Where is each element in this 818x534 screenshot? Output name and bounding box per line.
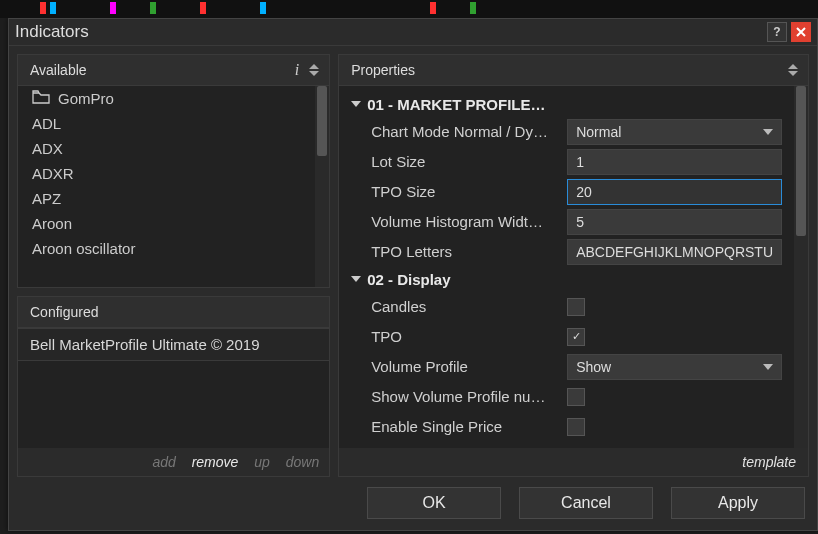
properties-label: Properties — [351, 62, 415, 78]
enable-single-price-checkbox[interactable] — [567, 418, 585, 436]
available-list[interactable]: GomPro ADL ADX ADXR APZ Aroon Aroon osci… — [18, 86, 329, 287]
properties-spinner[interactable] — [788, 64, 798, 76]
prop-chart-mode: Chart Mode Normal / Dy… Normal — [343, 117, 790, 147]
configured-label: Configured — [30, 304, 99, 320]
list-item: APZ — [18, 186, 315, 211]
add-link[interactable]: add — [152, 454, 175, 470]
prop-enable-single-price: Enable Single Price — [343, 412, 790, 442]
available-spinner[interactable] — [309, 64, 319, 76]
dialog-buttons: OK Cancel Apply — [9, 485, 817, 530]
apply-button[interactable]: Apply — [671, 487, 805, 519]
vol-hist-width-input[interactable]: 5 — [567, 209, 782, 235]
chevron-down-icon — [351, 101, 361, 107]
group-market-profile[interactable]: 01 - MARKET PROFILE… — [343, 92, 790, 117]
chevron-down-icon — [788, 71, 798, 76]
group-display[interactable]: 02 - Display — [343, 267, 790, 292]
chart-mode-select[interactable]: Normal — [567, 119, 782, 145]
chevron-down-icon — [351, 276, 361, 282]
background-chart-strip — [0, 0, 818, 18]
tpo-checkbox[interactable]: ✓ — [567, 328, 585, 346]
available-scrollbar[interactable] — [315, 86, 329, 287]
available-panel: Available i GomPro — [17, 54, 330, 288]
list-item: Aroon — [18, 211, 315, 236]
configured-footer: add remove up down — [18, 448, 329, 476]
list-item: ADL — [18, 111, 315, 136]
volume-profile-select[interactable]: Show — [567, 354, 782, 380]
prop-tpo-size: TPO Size 20 — [343, 177, 790, 207]
prop-show-vp-numbers: Show Volume Profile nu… — [343, 382, 790, 412]
window-title: Indicators — [15, 22, 89, 42]
remove-link[interactable]: remove — [192, 454, 239, 470]
show-vp-numbers-checkbox[interactable] — [567, 388, 585, 406]
properties-footer: template — [339, 448, 808, 476]
scrollbar-thumb[interactable] — [317, 86, 327, 156]
info-icon[interactable]: i — [295, 61, 299, 79]
available-header: Available i — [18, 55, 329, 86]
prop-tpo-letters: TPO Letters ABCDEFGHIJKLMNOPQRSTU — [343, 237, 790, 267]
prop-lot-size: Lot Size 1 — [343, 147, 790, 177]
properties-header: Properties — [339, 55, 808, 86]
tpo-size-input[interactable]: 20 — [567, 179, 782, 205]
close-button[interactable] — [791, 22, 811, 42]
prop-tpo: TPO ✓ — [343, 322, 790, 352]
candles-checkbox[interactable] — [567, 298, 585, 316]
tpo-letters-input[interactable]: ABCDEFGHIJKLMNOPQRSTU — [567, 239, 782, 265]
chevron-up-icon — [788, 64, 798, 69]
template-link[interactable]: template — [742, 454, 796, 470]
ok-button[interactable]: OK — [367, 487, 501, 519]
configured-list[interactable]: Bell MarketProfile Ultimate © 2019 — [18, 328, 329, 448]
chevron-down-icon — [309, 71, 319, 76]
close-icon — [796, 27, 806, 37]
chevron-down-icon — [763, 364, 773, 370]
chevron-up-icon — [309, 64, 319, 69]
prop-candles: Candles — [343, 292, 790, 322]
list-item: ADXR — [18, 161, 315, 186]
chevron-down-icon — [763, 129, 773, 135]
list-item: Aroon oscillator — [18, 236, 315, 261]
up-link[interactable]: up — [254, 454, 270, 470]
scrollbar-thumb[interactable] — [796, 86, 806, 236]
indicators-dialog: Indicators ? Available i — [8, 18, 818, 531]
configured-panel: Configured Bell MarketProfile Ultimate ©… — [17, 296, 330, 477]
configured-header: Configured — [18, 297, 329, 328]
down-link[interactable]: down — [286, 454, 319, 470]
prop-volume-profile: Volume Profile Show — [343, 352, 790, 382]
properties-scrollbar[interactable] — [794, 86, 808, 448]
list-item[interactable]: Bell MarketProfile Ultimate © 2019 — [18, 328, 329, 361]
prop-volume-hist-width: Volume Histogram Widt… 5 — [343, 207, 790, 237]
properties-panel: Properties 01 - MARKET PROFILE… — [338, 54, 809, 477]
list-item: GomPro — [18, 86, 315, 111]
help-button[interactable]: ? — [767, 22, 787, 42]
list-item: ADX — [18, 136, 315, 161]
lot-size-input[interactable]: 1 — [567, 149, 782, 175]
available-label: Available — [30, 62, 87, 78]
titlebar: Indicators ? — [9, 19, 817, 46]
folder-icon — [32, 90, 50, 107]
cancel-button[interactable]: Cancel — [519, 487, 653, 519]
